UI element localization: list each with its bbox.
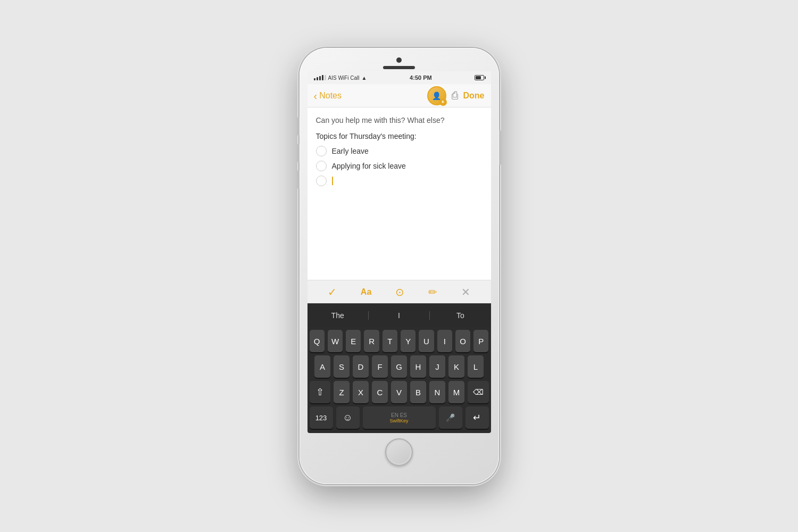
autocomplete-word-2[interactable]: I <box>369 311 430 320</box>
cursor-line <box>316 176 483 186</box>
back-button[interactable]: ‹ Notes <box>314 90 342 101</box>
key-q[interactable]: Q <box>310 330 325 352</box>
key-microphone[interactable]: 🎤 <box>439 406 462 429</box>
note-section-title: Topics for Thursday's meeting: <box>316 132 483 140</box>
lang-label-top: EN ES <box>391 412 407 418</box>
key-m[interactable]: M <box>448 381 464 403</box>
keyboard-bottom-row: 123 ☺ EN ES SwiftKey 🎤 ↵ <box>307 403 491 433</box>
note-question-text: Can you help me with this? What else? <box>316 116 483 124</box>
keyboard-row-1: Q W E R T Y U I O P <box>307 327 491 352</box>
speaker <box>383 66 415 69</box>
nav-right-actions: 👤 + ⎙ Done <box>427 86 485 105</box>
key-delete[interactable]: ⌫ <box>468 381 489 403</box>
time-display: 4:50 PM <box>410 74 432 81</box>
status-bar: AIS WiFi Call ▲ 4:50 PM <box>307 71 491 84</box>
checklist-item-1: Early leave <box>316 146 483 156</box>
key-c[interactable]: C <box>372 381 388 403</box>
battery-indicator <box>475 75 484 80</box>
pencil-icon[interactable]: ✏ <box>428 286 437 298</box>
home-button-area <box>300 433 499 475</box>
key-i[interactable]: I <box>437 330 452 352</box>
keyboard-row-2: A S D F G H J K L <box>307 352 491 378</box>
add-badge: + <box>439 98 447 106</box>
status-left: AIS WiFi Call ▲ <box>314 75 367 81</box>
checkbox-3[interactable] <box>316 176 327 186</box>
carrier-label: AIS WiFi Call <box>328 75 360 81</box>
checklist-item-2: Applying for sick leave <box>316 161 483 171</box>
key-l[interactable]: L <box>468 355 484 378</box>
key-o[interactable]: O <box>455 330 470 352</box>
key-y[interactable]: Y <box>401 330 415 352</box>
key-p[interactable]: P <box>473 330 488 352</box>
key-d[interactable]: D <box>353 355 369 378</box>
key-t[interactable]: T <box>383 330 397 352</box>
key-f[interactable]: F <box>372 355 388 378</box>
phone-device: AIS WiFi Call ▲ 4:50 PM ‹ Notes 👤 + <box>300 48 499 484</box>
text-cursor <box>332 177 333 185</box>
keyboard: Q W E R T Y U I O P A S D F G H J K <box>307 327 491 433</box>
navigation-bar: ‹ Notes 👤 + ⎙ Done <box>307 84 491 107</box>
key-g[interactable]: G <box>391 355 407 378</box>
key-x[interactable]: X <box>353 381 369 403</box>
signal-bars <box>314 75 326 80</box>
key-a[interactable]: A <box>314 355 330 378</box>
autocomplete-word-3[interactable]: To <box>430 311 491 320</box>
checklist-text-2: Applying for sick leave <box>332 162 406 170</box>
autocomplete-word-1[interactable]: The <box>307 311 369 320</box>
keyboard-row-3: ⇧ Z X C V B N M ⌫ <box>307 378 491 403</box>
chevron-left-icon: ‹ <box>314 90 318 101</box>
note-toolbar: ✓ Aa ⊙ ✏ ✕ <box>307 280 491 303</box>
checkbox-2[interactable] <box>316 161 327 171</box>
front-camera <box>396 57 402 63</box>
autocomplete-bar: The I To <box>307 303 491 327</box>
key-language[interactable]: EN ES SwiftKey <box>363 406 436 429</box>
collaborate-button[interactable]: 👤 + <box>427 86 446 105</box>
back-label: Notes <box>319 91 342 101</box>
key-r[interactable]: R <box>364 330 379 352</box>
checkbox-1[interactable] <box>316 146 327 156</box>
home-button[interactable] <box>385 438 413 466</box>
share-button[interactable]: ⎙ <box>452 89 458 102</box>
key-v[interactable]: V <box>391 381 407 403</box>
close-icon[interactable]: ✕ <box>461 286 470 298</box>
key-return[interactable]: ↵ <box>466 406 489 429</box>
key-shift[interactable]: ⇧ <box>310 381 331 403</box>
key-h[interactable]: H <box>410 355 426 378</box>
checklist-text-1: Early leave <box>332 147 369 155</box>
key-w[interactable]: W <box>328 330 343 352</box>
camera-icon[interactable]: ⊙ <box>395 286 404 298</box>
phone-top-bar <box>300 48 499 69</box>
key-e[interactable]: E <box>346 330 361 352</box>
person-icon: 👤 <box>432 92 441 100</box>
note-content-area[interactable]: Can you help me with this? What else? To… <box>307 107 491 280</box>
lang-label-bottom: SwiftKey <box>389 418 408 423</box>
wifi-icon: ▲ <box>361 75 367 81</box>
key-n[interactable]: N <box>429 381 445 403</box>
screen: AIS WiFi Call ▲ 4:50 PM ‹ Notes 👤 + <box>307 71 491 433</box>
key-z[interactable]: Z <box>334 381 350 403</box>
done-button[interactable]: Done <box>463 91 485 101</box>
checklist-icon[interactable]: ✓ <box>328 286 337 298</box>
format-text-icon[interactable]: Aa <box>361 287 371 297</box>
key-k[interactable]: K <box>448 355 464 378</box>
key-emoji[interactable]: ☺ <box>336 406 360 429</box>
key-j[interactable]: J <box>429 355 445 378</box>
key-s[interactable]: S <box>334 355 350 378</box>
key-u[interactable]: U <box>419 330 434 352</box>
status-right <box>475 75 484 80</box>
key-b[interactable]: B <box>410 381 426 403</box>
key-numbers[interactable]: 123 <box>310 406 333 429</box>
